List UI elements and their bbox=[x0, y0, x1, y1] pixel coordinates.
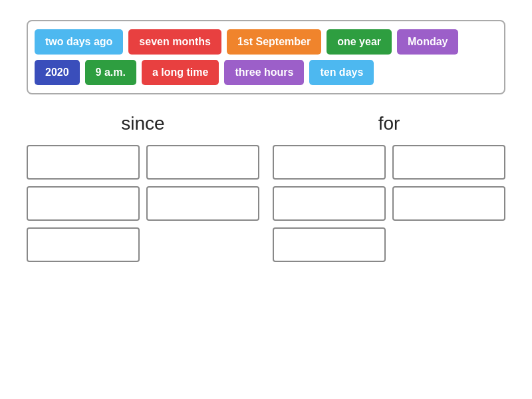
word-bank: two days agoseven months1st Septemberone… bbox=[27, 20, 505, 94]
since-slot-3[interactable] bbox=[27, 186, 140, 221]
for-drop-grid bbox=[273, 145, 505, 262]
chip-two-days-ago[interactable]: two days ago bbox=[35, 29, 123, 55]
for-label: for bbox=[378, 113, 400, 134]
chip-one-year[interactable]: one year bbox=[327, 29, 392, 55]
chip-ten-days[interactable]: ten days bbox=[309, 60, 374, 85]
chip-three-hours[interactable]: three hours bbox=[224, 60, 304, 85]
chip-9am[interactable]: 9 a.m. bbox=[85, 60, 136, 85]
for-slot-4[interactable] bbox=[392, 186, 505, 221]
for-slot-2[interactable] bbox=[392, 145, 505, 180]
chip-1st-september[interactable]: 1st September bbox=[227, 29, 321, 55]
since-drop-grid bbox=[27, 145, 259, 262]
since-category: since bbox=[27, 113, 259, 262]
for-slot-5[interactable] bbox=[273, 227, 386, 262]
since-slot-1[interactable] bbox=[27, 145, 140, 180]
chip-seven-months[interactable]: seven months bbox=[128, 29, 221, 55]
since-label: since bbox=[121, 113, 164, 134]
chip-a-long-time[interactable]: a long time bbox=[142, 60, 219, 85]
for-slot-1[interactable] bbox=[273, 145, 386, 180]
categories-section: since for bbox=[27, 113, 505, 262]
for-slot-3[interactable] bbox=[273, 186, 386, 221]
chip-2020[interactable]: 2020 bbox=[35, 60, 80, 85]
for-category: for bbox=[273, 113, 505, 262]
since-slot-5[interactable] bbox=[27, 227, 140, 262]
chip-monday[interactable]: Monday bbox=[397, 29, 458, 55]
since-slot-4[interactable] bbox=[146, 186, 259, 221]
since-slot-2[interactable] bbox=[146, 145, 259, 180]
